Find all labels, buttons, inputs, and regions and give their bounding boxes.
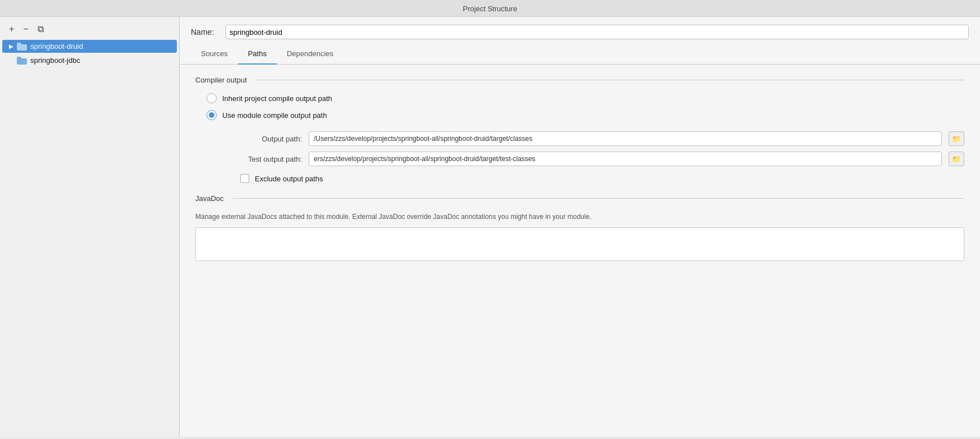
radio-use-module-circle[interactable] [207,110,217,120]
compiler-output-section-header: Compiler output [195,76,964,84]
title-bar: Project Structure [0,0,980,17]
sidebar: + − ⧉ ▶ springboot-druid springboot-jdbc [0,17,180,437]
folder-icon [17,57,27,65]
javadoc-description: Manage external JavaDocs attached to thi… [195,212,700,222]
test-output-path-label: Test output path: [229,155,302,163]
javadoc-list-box [195,227,964,261]
test-output-path-row: Test output path: 📁 [229,152,964,166]
radio-inherit-circle[interactable] [207,93,217,103]
radio-use-module-label: Use module compile output path [222,111,327,120]
tree-item-label: springboot-jdbc [30,56,80,65]
remove-module-button[interactable]: − [21,24,30,35]
javadoc-section-header: JavaDoc [195,194,964,203]
tabs-bar: Sources Paths Dependencies [180,45,980,65]
radio-use-module[interactable]: Use module compile output path [207,110,964,120]
tab-sources[interactable]: Sources [191,45,238,65]
radio-inherit-label: Inherit project compile output path [222,94,332,103]
test-output-path-browse-button[interactable]: 📁 [949,152,964,166]
folder-icon [17,43,27,51]
module-name-input[interactable] [226,25,969,39]
exclude-checkbox[interactable] [240,174,249,183]
radio-group-compiler-output: Inherit project compile output path Use … [207,93,964,120]
content-panel: Name: Sources Paths Dependencies Compile… [180,17,980,437]
folder-browse-icon: 📁 [952,155,961,163]
add-module-button[interactable]: + [7,24,16,35]
exclude-checkbox-row[interactable]: Exclude output paths [240,174,964,183]
tree-arrow-icon: ▶ [9,43,17,49]
tree-item-label: springboot-druid [30,42,83,51]
sidebar-toolbar: + − ⧉ [0,21,179,39]
copy-module-button[interactable]: ⧉ [35,24,46,35]
tab-paths[interactable]: Paths [238,45,277,65]
content-body: Compiler output Inherit project compile … [180,65,980,437]
name-label: Name: [191,28,219,36]
radio-inherit-project[interactable]: Inherit project compile output path [207,93,964,103]
name-row: Name: [180,17,980,45]
output-path-browse-button[interactable]: 📁 [949,131,964,146]
folder-browse-icon: 📁 [952,135,961,143]
exclude-checkbox-label: Exclude output paths [255,175,323,183]
window-title: Project Structure [463,4,518,13]
test-output-path-input[interactable] [309,152,942,166]
sidebar-item-springboot-jdbc[interactable]: springboot-jdbc [2,54,177,67]
output-path-row: Output path: 📁 [229,131,964,146]
output-path-input[interactable] [309,131,942,146]
sidebar-item-springboot-druid[interactable]: ▶ springboot-druid [2,40,177,53]
tab-dependencies[interactable]: Dependencies [277,45,344,65]
path-fields: Output path: 📁 Test output path: 📁 [229,131,964,166]
output-path-label: Output path: [229,135,302,143]
